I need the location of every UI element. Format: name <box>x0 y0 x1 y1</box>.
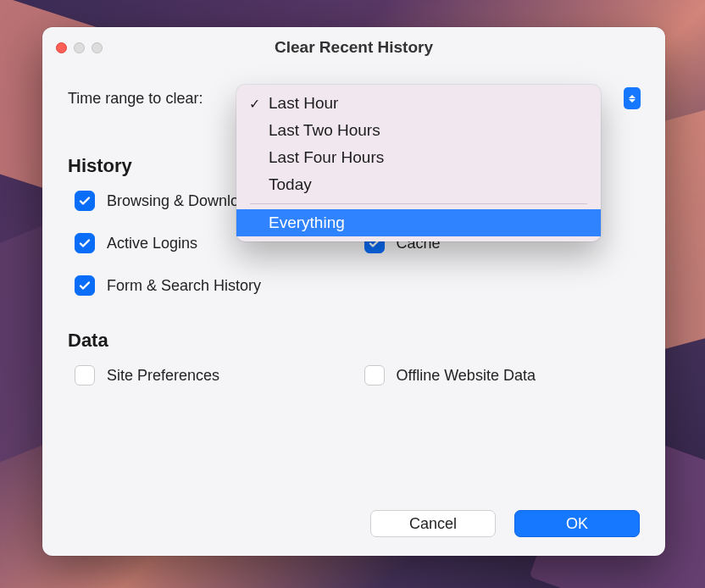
checkbox-label: Offline Website Data <box>397 367 536 385</box>
checkbox-offline-website-data[interactable] <box>364 365 385 386</box>
menu-separator <box>250 203 587 204</box>
ok-button[interactable]: OK <box>514 510 640 537</box>
checkbox-label: Form & Search History <box>107 277 261 295</box>
caret-up-icon <box>629 95 636 98</box>
check-icon <box>78 279 92 292</box>
timerange-option-today[interactable]: Today <box>236 171 601 198</box>
checkbox-row-offline-website-data: Offline Website Data <box>364 365 641 386</box>
timerange-option-last-hour[interactable]: Last Hour <box>236 90 601 117</box>
timerange-label: Time range to clear: <box>68 90 203 108</box>
checkbox-form-search-history[interactable] <box>75 275 95 296</box>
checkbox-row-site-preferences: Site Preferences <box>75 365 351 386</box>
cancel-button[interactable]: Cancel <box>370 510 496 537</box>
select-stepper-icon[interactable] <box>624 87 641 109</box>
data-options: Site Preferences Offline Website Data <box>68 365 640 386</box>
dialog-window: Clear Recent History Time range to clear… <box>42 27 665 556</box>
checkbox-row-form-search-history: Form & Search History <box>75 275 640 296</box>
check-icon <box>78 236 92 250</box>
timerange-option-everything[interactable]: Everything <box>236 209 601 236</box>
titlebar: Clear Recent History <box>42 27 665 68</box>
check-icon <box>78 194 92 208</box>
caret-down-icon <box>629 99 636 103</box>
checkbox-browsing-download-history[interactable] <box>75 191 95 211</box>
option-label: Everything <box>269 214 345 232</box>
dialog-content: Time range to clear: History Browsing & … <box>42 68 665 386</box>
timerange-option-last-four-hours[interactable]: Last Four Hours <box>236 144 601 171</box>
checkbox-label: Active Logins <box>107 235 197 252</box>
option-label: Today <box>269 175 312 194</box>
checkmark-icon <box>247 96 262 112</box>
option-label: Last Hour <box>269 94 338 113</box>
timerange-dropdown: Last Hour Last Two Hours Last Four Hours… <box>236 85 601 241</box>
checkbox-label: Site Preferences <box>107 367 219 385</box>
dialog-footer: Cancel OK <box>370 510 640 537</box>
timerange-option-last-two-hours[interactable]: Last Two Hours <box>236 117 601 144</box>
option-label: Last Two Hours <box>269 121 380 140</box>
section-title-data: Data <box>68 330 640 352</box>
checkbox-active-logins[interactable] <box>75 233 95 253</box>
window-title: Clear Recent History <box>42 38 665 57</box>
option-label: Last Four Hours <box>269 148 384 167</box>
checkbox-site-preferences[interactable] <box>75 365 95 386</box>
